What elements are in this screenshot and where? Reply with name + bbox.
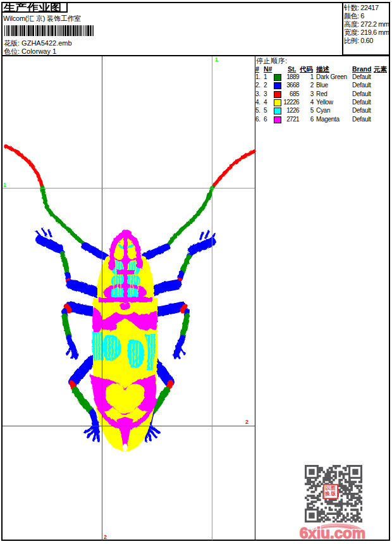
svg-text:6xiu.com: 6xiu.com xyxy=(300,524,365,541)
